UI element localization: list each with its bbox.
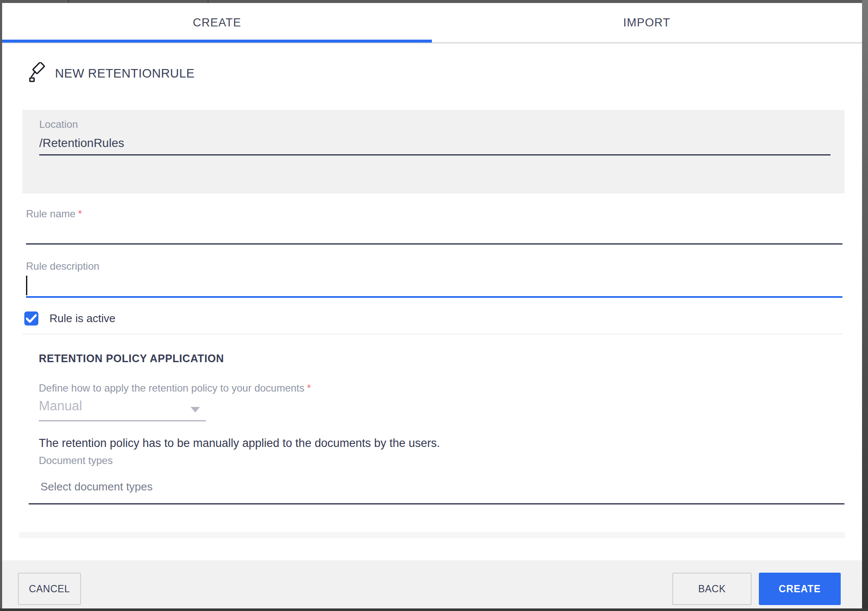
page-title: NEW RETENTIONRULE	[55, 66, 194, 81]
document-types-placeholder: Select document types	[41, 480, 153, 493]
background-window-edge	[68, 0, 69, 3]
dialog-header: NEW RETENTIONRULE	[29, 61, 194, 85]
rule-description-input[interactable]	[26, 296, 842, 298]
background-window-edge	[208, 0, 208, 3]
screen: CREATE IMPORT NEW RETENTIONRULE	[0, 0, 868, 611]
checkbox-checked-icon[interactable]	[24, 311, 38, 326]
document-types-label: Document types	[39, 455, 113, 467]
document-types-input[interactable]	[29, 503, 845, 504]
required-asterisk: *	[75, 208, 82, 219]
location-value-field[interactable]: /RetentionRules	[39, 136, 830, 156]
rule-description-label: Rule description	[26, 260, 99, 272]
text-caret	[26, 276, 27, 295]
gavel-icon	[29, 62, 46, 84]
rule-active-checkbox-row[interactable]: Rule is active	[24, 311, 116, 326]
retention-section-title: RETENTION POLICY APPLICATION	[39, 352, 224, 365]
dialog-tabbar: CREATE IMPORT	[2, 3, 862, 43]
apply-method-label: Define how to apply the retention policy…	[39, 382, 311, 394]
cancel-button[interactable]: CANCEL	[18, 573, 81, 605]
active-tab-indicator	[2, 40, 432, 43]
dialog-footer: CANCEL BACK CREATE	[2, 560, 862, 608]
window-frame-right	[862, 0, 868, 611]
required-asterisk: *	[304, 382, 311, 394]
create-button[interactable]: CREATE	[759, 573, 841, 605]
chevron-down-icon	[191, 407, 200, 412]
tab-create-label: CREATE	[193, 16, 241, 29]
apply-method-dropdown[interactable]: Manual	[39, 398, 206, 421]
apply-method-hint: The retention policy has to be manually …	[39, 437, 440, 450]
tab-import[interactable]: IMPORT	[432, 3, 862, 42]
location-label: Location	[39, 118, 830, 130]
scroll-edge-shadow	[19, 532, 845, 538]
rule-name-label: Rule name*	[26, 208, 82, 220]
rule-name-input[interactable]	[26, 243, 842, 245]
tab-create[interactable]: CREATE	[2, 3, 432, 42]
create-retention-rule-dialog: CREATE IMPORT NEW RETENTIONRULE	[2, 3, 862, 608]
location-box: Location /RetentionRules	[22, 110, 845, 193]
window-frame-bottom	[0, 608, 868, 611]
tab-import-label: IMPORT	[623, 16, 671, 29]
apply-method-value: Manual	[39, 398, 82, 413]
section-divider	[22, 334, 842, 334]
rule-active-label: Rule is active	[49, 312, 116, 325]
back-button[interactable]: BACK	[672, 573, 752, 605]
